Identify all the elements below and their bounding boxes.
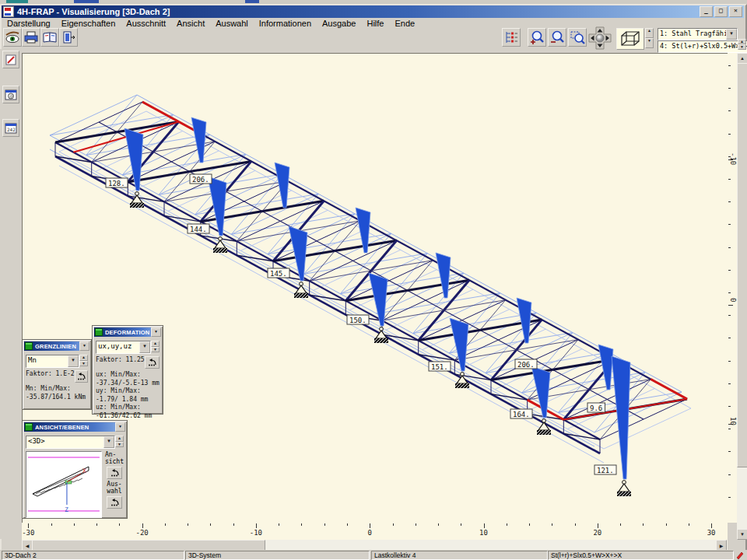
scroll-down-button[interactable]: ▼ (737, 529, 747, 540)
maximize-button[interactable]: □ (714, 6, 728, 17)
ruler-label: -10 (250, 529, 262, 537)
grenzlinien-collapse-button[interactable]: ▼ (79, 341, 89, 351)
ruler-tick (728, 497, 731, 498)
column-fin (289, 226, 307, 281)
help-book-button[interactable] (40, 28, 59, 47)
drawing-canvas[interactable]: 206. 206. 9.6 128. 144. 145. 150. 151. 1… (22, 53, 728, 523)
svg-text:144.: 144. (190, 226, 207, 233)
grenzlinien-titlebar[interactable]: GRENZLINIEN ▼ (24, 341, 89, 351)
node-label: 206. (515, 359, 537, 369)
auswahl-apply-button[interactable] (107, 496, 122, 509)
exit-button[interactable] (59, 28, 78, 47)
ruler-tick (142, 523, 143, 528)
deformation-component-value: ux,uy,uz (96, 341, 139, 353)
grenzlinien-result-dropdown[interactable]: Mn ▼ (26, 355, 79, 368)
rotate-spinner[interactable]: ▲▼ (645, 28, 654, 48)
back-column-fin (598, 345, 613, 390)
scroll-right-button[interactable]: ▶ (716, 540, 727, 551)
svg-text:206.: 206. (517, 361, 535, 369)
loadcase-dropdown[interactable]: 4: St(l+r)+Slx0.5+W>X+>X ▼ (658, 40, 747, 53)
ruler-tick (438, 523, 439, 526)
chevron-down-icon[interactable]: ▼ (103, 436, 114, 448)
background-fragment (74, 0, 99, 3)
ruler-tick (188, 523, 188, 526)
ansicht-apply-button[interactable] (107, 467, 122, 479)
structure-model[interactable]: 206. 206. 9.6 128. 144. 145. 150. 151. 1… (23, 54, 727, 522)
chevron-down-icon[interactable]: ▼ (68, 355, 79, 367)
ansicht-ebenen-palette: ANSICHT/EBENEN ▼ <3D> ▼ ▲▼ (22, 420, 128, 519)
result-list-button[interactable] (502, 28, 521, 47)
title-bar[interactable]: 4H-FRAP - Visualisierung [3D-Dach 2] _ □… (2, 5, 744, 18)
ansicht-title: ANSICHT/EBENEN (35, 424, 89, 431)
deformation-uz-value: -61.36/42.62 mm (96, 412, 160, 421)
vertical-scroll-thumb[interactable] (737, 63, 747, 467)
node-label: 9.6 (587, 403, 605, 412)
values-palette-button[interactable]: 242 (2, 119, 19, 137)
view-plane-spinner[interactable]: ▲▼ (115, 436, 124, 447)
deformation-component-dropdown[interactable]: ux,uy,uz ▼ (96, 341, 151, 354)
menu-ausgabe[interactable]: Ausgabe (317, 19, 361, 28)
print-button[interactable] (22, 28, 40, 47)
zoom-out-icon (549, 30, 565, 45)
svg-text:128.: 128. (108, 180, 125, 187)
ruler-tick (728, 406, 731, 407)
ruler-tick (484, 523, 485, 528)
horizontal-scrollbar[interactable]: ◀ ▶ (22, 540, 728, 550)
deformation-uz-label: uz: Min/Max: (96, 404, 160, 412)
ansicht-titlebar[interactable]: ANSICHT/EBENEN ▼ (24, 422, 125, 432)
zoom-in-button[interactable] (528, 28, 546, 47)
background-fragment (6, 0, 28, 3)
zoom-window-button[interactable] (568, 28, 587, 47)
menu-auswahl[interactable]: Auswahl (210, 19, 254, 28)
scroll-up-button[interactable]: ▲ (737, 53, 747, 64)
ruler-tick (728, 179, 731, 180)
menu-ansicht[interactable]: Ansicht (171, 19, 210, 28)
grenzlinien-apply-button[interactable] (75, 370, 88, 383)
toolbar: ▲▼ 1: Stahl Tragfähigkeit (Th. 2. O ▼ 4:… (2, 28, 744, 50)
view-plane-dropdown[interactable]: <3D> ▼ (26, 436, 115, 449)
node-label: 206. (190, 174, 212, 184)
status-loadcollective: Lastkollektiv 4 (371, 551, 548, 560)
loadcase-spinner[interactable]: ▲▼ (738, 39, 746, 50)
edit-palette-button[interactable] (2, 51, 19, 68)
left-toolbar: 242 (0, 49, 21, 539)
grenzlinien-result-spinner[interactable]: ▲▼ (79, 355, 88, 366)
minimize-button[interactable]: _ (700, 6, 713, 17)
view-preview[interactable]: X Z (26, 451, 102, 518)
rotate-3d-button[interactable] (616, 28, 644, 50)
ruler-tick (728, 315, 731, 316)
ruler-tick (529, 523, 530, 526)
ruler-tick (728, 88, 731, 89)
menu-eigenschaften[interactable]: Eigenschaften (56, 19, 121, 28)
ruler-tick (210, 523, 211, 526)
horizontal-scroll-thumb[interactable] (32, 540, 265, 551)
deformation-collapse-button[interactable]: ▼ (151, 327, 161, 337)
menu-ausschnitt[interactable]: Ausschnitt (121, 19, 171, 28)
close-button[interactable]: ✕ (729, 6, 742, 17)
vertical-scrollbar[interactable]: ▲ ▼ (737, 53, 747, 540)
column-fin (612, 356, 630, 479)
deformation-palette: DEFORMATION ▼ ux,uy,uz ▼ ▲▼ Faktor: 11.2… (92, 325, 163, 415)
view-button[interactable] (3, 28, 22, 47)
status-pen-icon (735, 551, 745, 559)
hatch-palette-button[interactable] (2, 86, 19, 103)
pan-navigation-pad[interactable] (588, 26, 612, 50)
menu-informationen[interactable]: Informationen (254, 19, 317, 28)
deformation-titlebar[interactable]: DEFORMATION ▼ (94, 327, 161, 337)
ruler-tick (461, 523, 461, 526)
chevron-down-icon[interactable]: ▼ (139, 341, 150, 353)
scroll-left-button[interactable]: ◀ (22, 540, 33, 551)
chevron-down-icon[interactable]: ▼ (726, 29, 737, 40)
menu-darstellung[interactable]: Darstellung (2, 19, 56, 28)
zoom-out-button[interactable] (548, 28, 566, 47)
deformation-component-spinner[interactable]: ▲▼ (151, 341, 160, 352)
ruler-tick (728, 292, 731, 293)
palette-icon (25, 342, 33, 350)
ruler-tick (728, 474, 731, 475)
ansicht-collapse-button[interactable]: ▼ (115, 422, 125, 432)
ruler-tick (301, 523, 302, 526)
result-type-dropdown[interactable]: 1: Stahl Tragfähigkeit (Th. 2. O ▼ (658, 28, 738, 40)
menu-ende[interactable]: Ende (389, 19, 420, 28)
deformation-apply-button[interactable] (145, 356, 160, 369)
menu-hilfe[interactable]: Hilfe (361, 19, 389, 28)
